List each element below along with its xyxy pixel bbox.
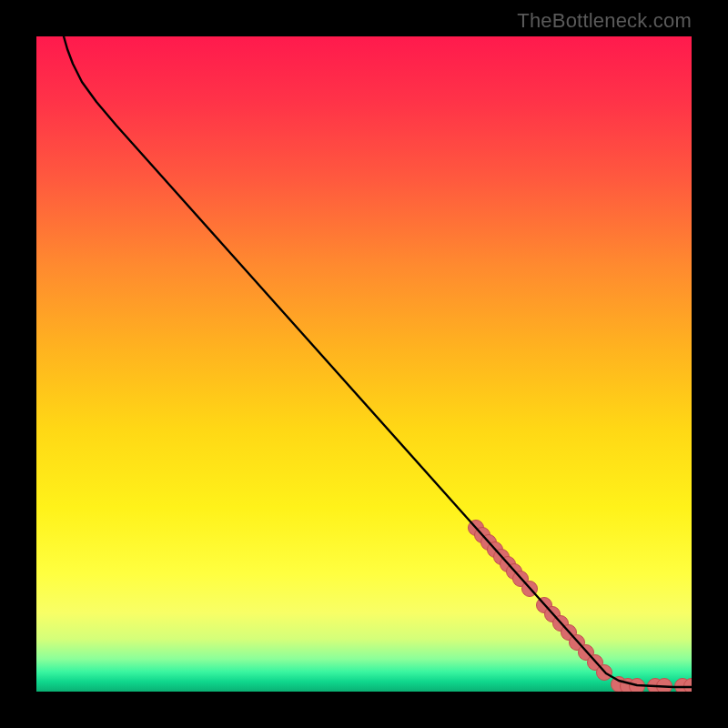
chart-overlay <box>36 36 692 692</box>
plot-area <box>36 36 692 692</box>
data-point <box>657 679 672 693</box>
data-points-group <box>469 521 693 693</box>
bottleneck-curve <box>64 36 692 687</box>
chart-frame: TheBottleneck.com <box>0 0 728 728</box>
watermark-text: TheBottleneck.com <box>517 9 692 33</box>
